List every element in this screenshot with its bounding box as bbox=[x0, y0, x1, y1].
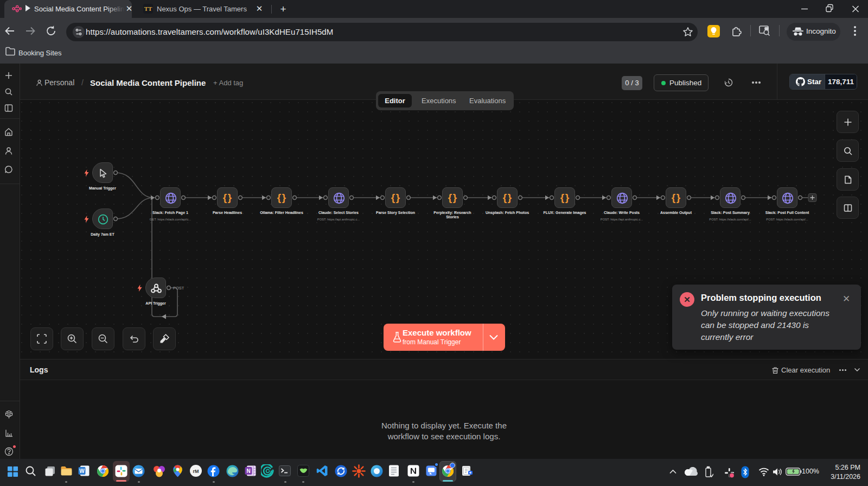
svg-text:W: W bbox=[79, 468, 85, 474]
svg-text:rM: rM bbox=[193, 469, 199, 474]
svg-text:POST: POST bbox=[173, 286, 184, 291]
svg-text:N: N bbox=[246, 468, 250, 474]
